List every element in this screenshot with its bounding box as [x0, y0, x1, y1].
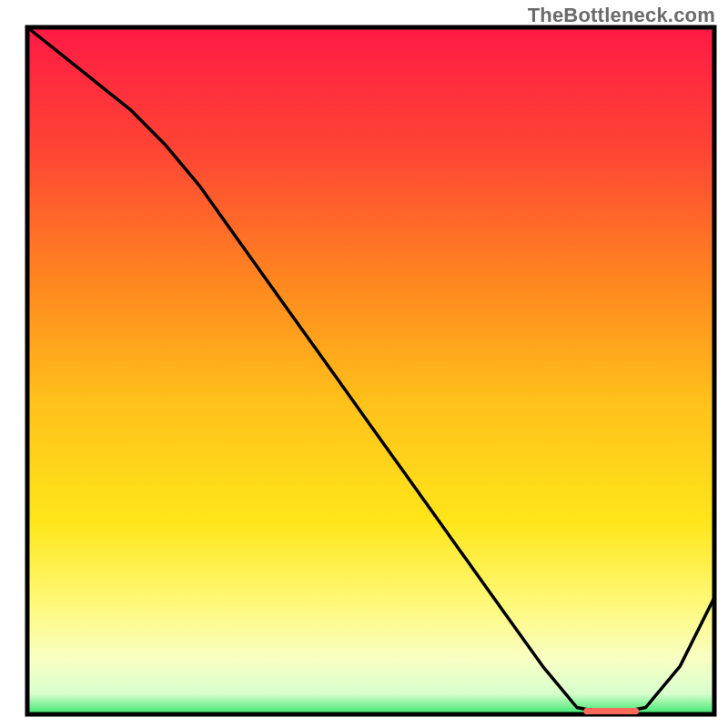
plot-background — [27, 27, 714, 714]
bottleneck-chart — [0, 0, 728, 728]
chart-stage: TheBottleneck.com — [0, 0, 728, 728]
optimal-range-marker — [584, 708, 639, 714]
